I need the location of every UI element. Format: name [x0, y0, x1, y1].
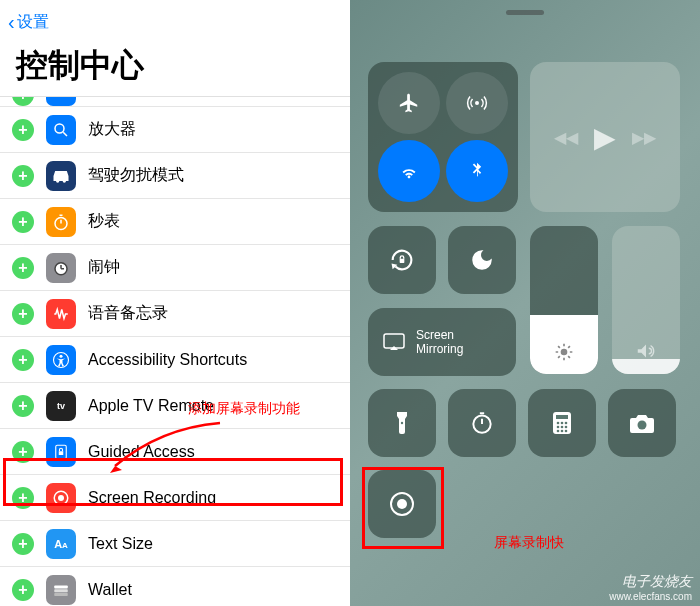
- svg-point-41: [557, 430, 560, 433]
- camera-icon: [628, 412, 656, 434]
- svg-rect-16: [54, 593, 68, 596]
- flashlight-button[interactable]: [368, 389, 436, 457]
- screen-mirroring-button[interactable]: ScreenMirroring: [368, 308, 516, 376]
- guided-access-icon: [46, 437, 76, 467]
- svg-point-43: [565, 430, 568, 433]
- svg-point-37: [565, 422, 568, 425]
- row-label: Text Size: [88, 535, 338, 553]
- svg-rect-34: [556, 415, 568, 419]
- add-button[interactable]: +: [12, 441, 34, 463]
- row-label: Accessibility Shortcuts: [88, 351, 338, 369]
- list-row: + Accessibility Shortcuts: [0, 337, 350, 383]
- add-button[interactable]: +: [12, 533, 34, 555]
- list-row: + AA Text Size: [0, 521, 350, 567]
- watermark-brand: 电子发烧友: [622, 573, 692, 591]
- list-row: + Wallet: [0, 567, 350, 606]
- annotation-left: 添加屏幕录制功能: [188, 400, 300, 418]
- svg-point-40: [565, 426, 568, 429]
- svg-point-35: [557, 422, 560, 425]
- back-button[interactable]: ‹ 设置: [8, 11, 49, 34]
- list-row: + 秒表: [0, 199, 350, 245]
- svg-rect-19: [384, 334, 404, 348]
- text-size-icon: AA: [46, 529, 76, 559]
- orientation-lock-icon: [388, 246, 416, 274]
- magnifier-icon: [46, 115, 76, 145]
- dnd-button[interactable]: [448, 226, 516, 294]
- row-label: 闹钟: [88, 257, 338, 278]
- settings-list: + + 放大器 + 驾驶勿扰模式 + 秒表 + 闹钟 + 语音备忘录 + Acc…: [0, 96, 350, 606]
- svg-point-29: [401, 422, 403, 424]
- add-button[interactable]: +: [12, 349, 34, 371]
- brightness-slider[interactable]: [530, 226, 598, 374]
- list-row: + 语音备忘录: [0, 291, 350, 337]
- add-button[interactable]: +: [12, 165, 34, 187]
- row-label: 语音备忘录: [88, 303, 338, 324]
- svg-point-20: [561, 349, 568, 356]
- svg-point-0: [55, 124, 64, 133]
- svg-line-1: [63, 132, 67, 136]
- back-label: 设置: [17, 12, 49, 33]
- svg-point-38: [557, 426, 560, 429]
- svg-line-26: [568, 356, 570, 358]
- list-row: + Screen Recording: [0, 475, 350, 521]
- grabber-handle[interactable]: [506, 10, 544, 15]
- svg-point-13: [58, 495, 64, 501]
- wallet-icon: [46, 575, 76, 605]
- svg-rect-11: [59, 451, 64, 455]
- airplane-mode-button[interactable]: [378, 72, 440, 134]
- media-platter[interactable]: ◀◀ ▶ ▶▶: [530, 62, 680, 212]
- add-button[interactable]: +: [12, 395, 34, 417]
- svg-line-28: [568, 346, 570, 348]
- add-button[interactable]: +: [12, 579, 34, 601]
- flashlight-icon: [393, 410, 411, 436]
- add-button[interactable]: +: [12, 257, 34, 279]
- accessibility-icon: [46, 345, 76, 375]
- svg-point-39: [561, 426, 564, 429]
- svg-rect-18: [400, 259, 405, 263]
- svg-line-25: [558, 346, 560, 348]
- annotation-arrow-icon: [100, 418, 230, 478]
- watermark: 电子发烧友 www.elecfans.com: [609, 573, 692, 602]
- timer-button[interactable]: [448, 389, 516, 457]
- cellular-icon: [465, 91, 489, 115]
- add-button[interactable]: +: [12, 211, 34, 233]
- bluetooth-icon: [467, 161, 487, 181]
- record-icon: [388, 490, 416, 518]
- screen-recording-button[interactable]: [368, 470, 436, 538]
- add-button[interactable]: +: [12, 303, 34, 325]
- add-button[interactable]: +: [12, 119, 34, 141]
- volume-slider[interactable]: [612, 226, 680, 374]
- svg-point-42: [561, 430, 564, 433]
- brightness-icon: [554, 342, 574, 362]
- nav-bar: ‹ 设置: [0, 0, 350, 44]
- row-label: 秒表: [88, 211, 338, 232]
- cellular-button[interactable]: [446, 72, 508, 134]
- wifi-button[interactable]: [378, 140, 440, 202]
- add-button[interactable]: +: [12, 97, 34, 106]
- stopwatch-icon: [46, 207, 76, 237]
- row-label: Screen Recording: [88, 489, 338, 507]
- alarm-icon: [46, 253, 76, 283]
- bluetooth-button[interactable]: [446, 140, 508, 202]
- chevron-left-icon: ‹: [8, 11, 15, 34]
- svg-rect-14: [54, 585, 68, 588]
- blank-icon: [46, 97, 76, 106]
- svg-point-46: [397, 499, 407, 509]
- add-button[interactable]: +: [12, 487, 34, 509]
- watermark-url: www.elecfans.com: [609, 591, 692, 602]
- forward-icon: ▶▶: [632, 128, 656, 147]
- timer-icon: [469, 410, 495, 436]
- orientation-lock-button[interactable]: [368, 226, 436, 294]
- title-bar: 控制中心: [0, 44, 350, 96]
- volume-icon: [635, 340, 657, 362]
- connectivity-platter: [368, 62, 518, 212]
- list-row: +: [0, 97, 350, 107]
- screen-mirroring-label: ScreenMirroring: [416, 328, 463, 357]
- camera-button[interactable]: [608, 389, 676, 457]
- row-label: 放大器: [88, 119, 338, 140]
- svg-point-9: [60, 354, 63, 357]
- calculator-button[interactable]: [528, 389, 596, 457]
- svg-point-36: [561, 422, 564, 425]
- screen-mirroring-icon: [382, 332, 406, 352]
- svg-line-27: [558, 356, 560, 358]
